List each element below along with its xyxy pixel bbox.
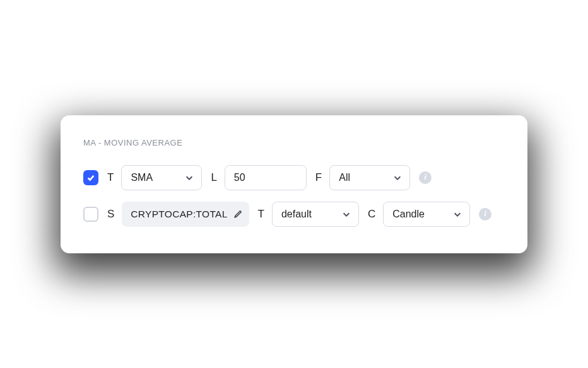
label-filter: F (315, 171, 322, 184)
chart-select[interactable]: Candle (383, 202, 470, 227)
row-main: T SMA L F All i (83, 165, 505, 190)
label-chart: C (368, 208, 375, 221)
filter-value: All (339, 172, 350, 183)
symbol-chip[interactable]: CRYPTOCAP:TOTAL (122, 202, 249, 227)
length-input[interactable] (225, 165, 307, 190)
type-value: SMA (131, 172, 153, 183)
time-select[interactable]: default (272, 202, 359, 227)
info-icon[interactable]: i (479, 208, 491, 221)
chart-value: Candle (392, 209, 425, 220)
chevron-down-icon (453, 210, 462, 219)
symbol-text: CRYPTOCAP:TOTAL (131, 209, 227, 220)
symbol-checkbox[interactable] (83, 207, 98, 222)
info-icon[interactable]: i (419, 171, 432, 184)
check-icon (86, 173, 95, 182)
label-length: L (211, 171, 216, 184)
card-title: MA - MOVING AVERAGE (83, 138, 505, 147)
label-type: T (107, 171, 114, 184)
chevron-down-icon (393, 173, 402, 182)
row-source: S CRYPTOCAP:TOTAL T default C Candle i (83, 202, 505, 227)
type-select[interactable]: SMA (121, 165, 202, 190)
chevron-down-icon (185, 173, 194, 182)
label-time: T (258, 208, 264, 221)
time-value: default (281, 209, 312, 220)
pencil-icon (233, 209, 243, 219)
enable-checkbox[interactable] (83, 170, 98, 185)
chevron-down-icon (342, 210, 351, 219)
filter-select[interactable]: All (329, 165, 410, 190)
ma-settings-card: MA - MOVING AVERAGE T SMA L F All i S CR… (61, 115, 527, 253)
label-symbol: S (107, 208, 114, 221)
